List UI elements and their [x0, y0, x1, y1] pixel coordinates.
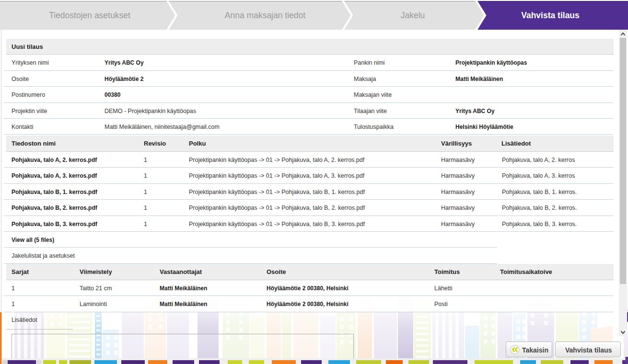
svg-text:Anna maksajan tiedot: Anna maksajan tiedot	[225, 11, 305, 20]
svg-text:Tiedostojen asetukset: Tiedostojen asetukset	[49, 11, 130, 20]
svg-text:Vahvista tilaus: Vahvista tilaus	[521, 11, 580, 20]
svg-text:Jakelu: Jakelu	[401, 11, 425, 20]
